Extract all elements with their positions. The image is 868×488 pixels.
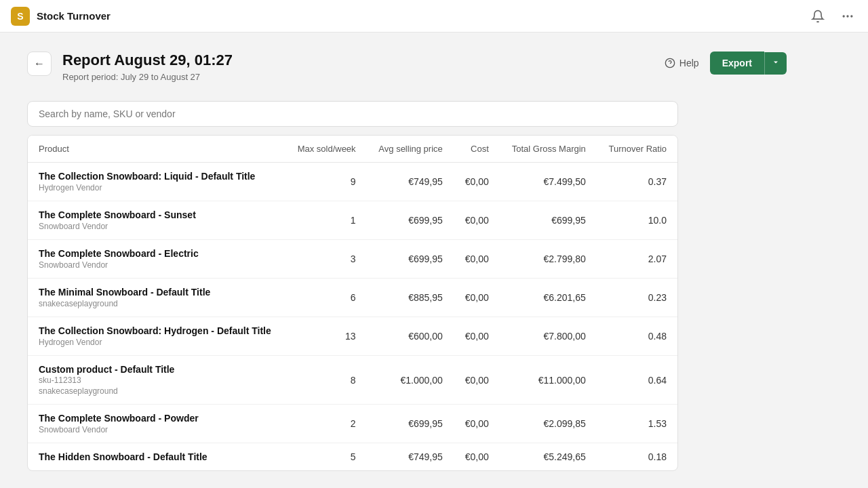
export-dropdown-button[interactable] [764, 52, 787, 75]
svg-point-2 [850, 15, 852, 17]
cell-cost: €0,00 [454, 405, 500, 443]
cell-max-sold: 8 [285, 356, 367, 405]
product-name: The Complete Snowboard - Electric [39, 248, 275, 259]
cell-turnover: 0.18 [597, 443, 677, 471]
cell-max-sold: 6 [285, 279, 367, 317]
cell-product: The Hidden Snowboard - Default Title [28, 443, 285, 471]
report-header-left: ← Report August 29, 01:27 Report period:… [27, 52, 233, 82]
product-vendor: Snowboard Vendor [39, 425, 275, 434]
table-row: The Complete Snowboard - SunsetSnowboard… [28, 201, 677, 240]
cell-turnover: 0.37 [597, 163, 677, 201]
cell-max-sold: 2 [285, 405, 367, 443]
cell-gross-margin: €6.201,65 [500, 279, 597, 317]
app-title: Stock Turnover [37, 10, 111, 22]
data-table: Product Max sold/week Avg selling price … [28, 136, 677, 470]
cell-cost: €0,00 [454, 279, 500, 317]
back-button[interactable]: ← [27, 52, 52, 76]
cell-turnover: 10.0 [597, 201, 677, 240]
search-input[interactable] [27, 101, 678, 127]
table-row: Custom product - Default Titlesku-112313… [28, 356, 677, 405]
svg-point-1 [846, 15, 848, 17]
cell-gross-margin: €7.499,50 [500, 163, 597, 201]
cell-cost: €0,00 [454, 317, 500, 356]
cell-gross-margin: €2.099,85 [500, 405, 597, 443]
export-group: Export [710, 52, 787, 75]
cell-max-sold: 1 [285, 201, 367, 240]
cell-avg-price: €885,95 [367, 279, 454, 317]
table-row: The Collection Snowboard: Hydrogen - Def… [28, 317, 677, 356]
product-sku: sku-112313 [39, 375, 275, 385]
product-vendor: Snowboard Vendor [39, 222, 275, 231]
cell-cost: €0,00 [454, 201, 500, 240]
header-actions: Help Export [665, 52, 787, 75]
product-name: The Minimal Snowboard - Default Title [39, 287, 275, 298]
cell-product: The Complete Snowboard - SunsetSnowboard… [28, 201, 285, 240]
product-name: The Complete Snowboard - Powder [39, 413, 275, 424]
cell-avg-price: €699,95 [367, 201, 454, 240]
cell-avg-price: €1.000,00 [367, 356, 454, 405]
product-name: The Collection Snowboard: Liquid - Defau… [39, 171, 275, 182]
cell-avg-price: €699,95 [367, 240, 454, 279]
cell-max-sold: 5 [285, 443, 367, 471]
table-header-row: Product Max sold/week Avg selling price … [28, 136, 677, 163]
report-header: ← Report August 29, 01:27 Report period:… [27, 52, 787, 82]
col-gross-margin: Total Gross Margin [500, 136, 597, 163]
topbar-right [808, 7, 857, 26]
cell-gross-margin: €11.000,00 [500, 356, 597, 405]
cell-cost: €0,00 [454, 240, 500, 279]
product-vendor: Hydrogen Vendor [39, 183, 275, 192]
cell-cost: €0,00 [454, 163, 500, 201]
product-vendor: snakecaseplayground [39, 386, 275, 396]
cell-max-sold: 9 [285, 163, 367, 201]
cell-gross-margin: €699,95 [500, 201, 597, 240]
table-row: The Complete Snowboard - PowderSnowboard… [28, 405, 677, 443]
cell-avg-price: €699,95 [367, 405, 454, 443]
cell-max-sold: 13 [285, 317, 367, 356]
help-label: Help [679, 58, 699, 68]
cell-turnover: 0.48 [597, 317, 677, 356]
table-body: The Collection Snowboard: Liquid - Defau… [28, 163, 677, 471]
report-title-block: Report August 29, 01:27 Report period: J… [62, 52, 233, 82]
cell-product: The Complete Snowboard - PowderSnowboard… [28, 405, 285, 443]
cell-avg-price: €749,95 [367, 443, 454, 471]
product-name: Custom product - Default Title [39, 364, 275, 375]
cell-cost: €0,00 [454, 443, 500, 471]
report-title: Report August 29, 01:27 [62, 52, 233, 69]
cell-max-sold: 3 [285, 240, 367, 279]
table-row: The Complete Snowboard - ElectricSnowboa… [28, 240, 677, 279]
more-options-button[interactable] [838, 7, 857, 26]
table-row: The Minimal Snowboard - Default Titlesna… [28, 279, 677, 317]
cell-gross-margin: €2.799,80 [500, 240, 597, 279]
col-turnover: Turnover Ratio [597, 136, 677, 163]
cell-product: The Minimal Snowboard - Default Titlesna… [28, 279, 285, 317]
cell-avg-price: €600,00 [367, 317, 454, 356]
product-vendor: Hydrogen Vendor [39, 338, 275, 347]
cell-product: Custom product - Default Titlesku-112313… [28, 356, 285, 405]
app-icon: S [11, 7, 30, 26]
cell-cost: €0,00 [454, 356, 500, 405]
product-vendor: snakecaseplayground [39, 299, 275, 308]
col-cost: Cost [454, 136, 500, 163]
export-button[interactable]: Export [710, 52, 764, 75]
cell-gross-margin: €5.249,65 [500, 443, 597, 471]
cell-turnover: 0.64 [597, 356, 677, 405]
product-name: The Complete Snowboard - Sunset [39, 209, 275, 220]
product-name: The Collection Snowboard: Hydrogen - Def… [39, 325, 275, 336]
cell-turnover: 2.07 [597, 240, 677, 279]
cell-product: The Collection Snowboard: Liquid - Defau… [28, 163, 285, 201]
col-avg-price: Avg selling price [367, 136, 454, 163]
main-content: ← Report August 29, 01:27 Report period:… [0, 33, 814, 488]
cell-product: The Collection Snowboard: Hydrogen - Def… [28, 317, 285, 356]
notifications-button[interactable] [808, 7, 827, 26]
report-period: Report period: July 29 to August 27 [62, 72, 233, 82]
table-row: The Hidden Snowboard - Default Title5€74… [28, 443, 677, 471]
help-button[interactable]: Help [665, 58, 699, 68]
topbar: S Stock Turnover [0, 0, 868, 33]
cell-turnover: 0.23 [597, 279, 677, 317]
product-vendor: Snowboard Vendor [39, 260, 275, 270]
svg-point-0 [843, 15, 845, 17]
product-name: The Hidden Snowboard - Default Title [39, 451, 275, 462]
cell-product: The Complete Snowboard - ElectricSnowboa… [28, 240, 285, 279]
table-row: The Collection Snowboard: Liquid - Defau… [28, 163, 677, 201]
cell-turnover: 1.53 [597, 405, 677, 443]
